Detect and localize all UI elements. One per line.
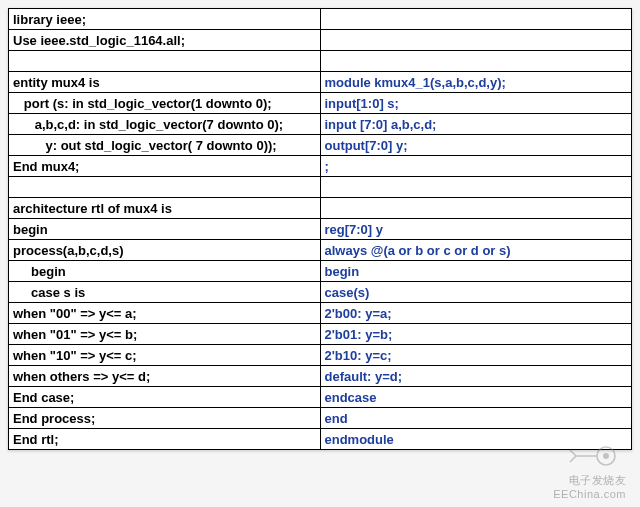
table-row: y: out std_logic_vector( 7 downto 0));ou… [9,135,632,156]
vhdl-cell: a,b,c,d: in std_logic_vector(7 downto 0)… [9,114,321,135]
verilog-cell [320,198,632,219]
table-row: a,b,c,d: in std_logic_vector(7 downto 0)… [9,114,632,135]
table-row: when "00" => y<= a;2'b00: y=a; [9,303,632,324]
verilog-cell: end [320,408,632,429]
table-row: case s iscase(s) [9,282,632,303]
verilog-cell: 2'b01: y=b; [320,324,632,345]
vhdl-cell: architecture rtl of mux4 is [9,198,321,219]
vhdl-cell: y: out std_logic_vector( 7 downto 0)); [9,135,321,156]
vhdl-cell [9,51,321,72]
table-row: library ieee; [9,9,632,30]
verilog-cell: reg[7:0] y [320,219,632,240]
verilog-cell: output[7:0] y; [320,135,632,156]
vhdl-cell: case s is [9,282,321,303]
table-row: beginreg[7:0] y [9,219,632,240]
verilog-cell [320,177,632,198]
table-row: when "10" => y<= c;2'b10: y=c; [9,345,632,366]
vhdl-cell: End case; [9,387,321,408]
table-row: Use ieee.std_logic_1164.all; [9,30,632,51]
vhdl-cell: when "10" => y<= c; [9,345,321,366]
table-row: process(a,b,c,d,s)always @(a or b or c o… [9,240,632,261]
table-row: when "01" => y<= b;2'b01: y=b; [9,324,632,345]
table-row: when others => y<= d;default: y=d; [9,366,632,387]
verilog-cell: case(s) [320,282,632,303]
vhdl-cell: End mux4; [9,156,321,177]
vhdl-cell: process(a,b,c,d,s) [9,240,321,261]
verilog-cell [320,51,632,72]
table-row: End case;endcase [9,387,632,408]
vhdl-cell: Use ieee.std_logic_1164.all; [9,30,321,51]
code-comparison-table: library ieee;Use ieee.std_logic_1164.all… [8,8,632,450]
table-row: End mux4;; [9,156,632,177]
table-row: End rtl;endmodule [9,429,632,450]
vhdl-cell: End process; [9,408,321,429]
table-row: entity mux4 ismodule kmux4_1(s,a,b,c,d,y… [9,72,632,93]
verilog-cell: always @(a or b or c or d or s) [320,240,632,261]
vhdl-cell: begin [9,261,321,282]
svg-point-1 [603,453,609,458]
table-row: beginbegin [9,261,632,282]
verilog-cell: module kmux4_1(s,a,b,c,d,y); [320,72,632,93]
table-row [9,177,632,198]
vhdl-cell: when others => y<= d; [9,366,321,387]
verilog-cell: endcase [320,387,632,408]
verilog-cell: begin [320,261,632,282]
vhdl-cell: library ieee; [9,9,321,30]
verilog-cell: ; [320,156,632,177]
vhdl-cell: entity mux4 is [9,72,321,93]
verilog-cell: input[1:0] s; [320,93,632,114]
verilog-cell [320,30,632,51]
verilog-cell [320,9,632,30]
verilog-cell: default: y=d; [320,366,632,387]
vhdl-cell: End rtl; [9,429,321,450]
verilog-cell: 2'b00: y=a; [320,303,632,324]
table-row: architecture rtl of mux4 is [9,198,632,219]
table-row [9,51,632,72]
verilog-cell: 2'b10: y=c; [320,345,632,366]
vhdl-cell [9,177,321,198]
vhdl-cell: port (s: in std_logic_vector(1 downto 0)… [9,93,321,114]
table-row: End process;end [9,408,632,429]
vhdl-cell: when "00" => y<= a; [9,303,321,324]
vhdl-cell: when "01" => y<= b; [9,324,321,345]
table-row: port (s: in std_logic_vector(1 downto 0)… [9,93,632,114]
table-body: library ieee;Use ieee.std_logic_1164.all… [9,9,632,450]
verilog-cell: input [7:0] a,b,c,d; [320,114,632,135]
vhdl-cell: begin [9,219,321,240]
verilog-cell: endmodule [320,429,632,450]
